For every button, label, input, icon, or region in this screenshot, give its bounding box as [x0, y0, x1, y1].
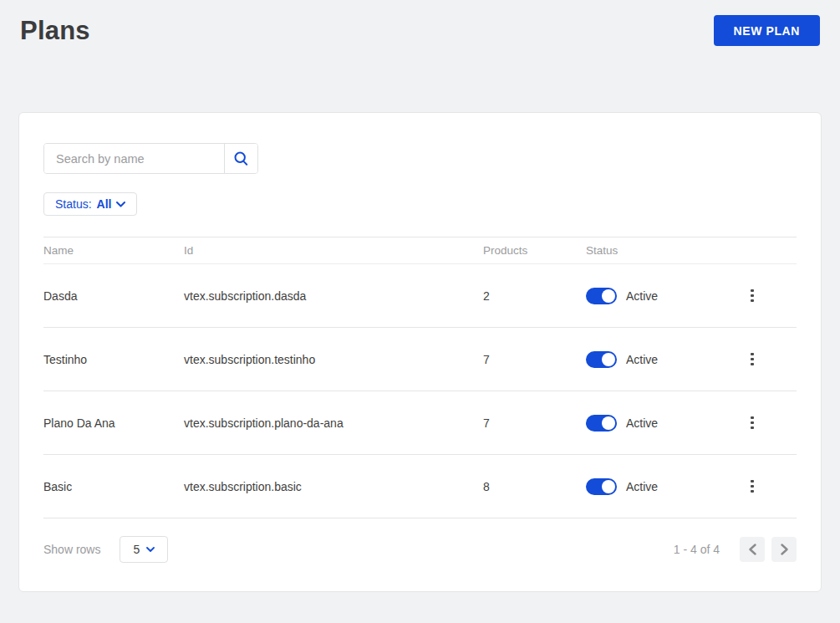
table-row[interactable]: Dasda vtex.subscription.dasda 2 Active	[43, 264, 797, 328]
status-filter-value: All	[97, 197, 112, 211]
new-plan-button[interactable]: NEW PLAN	[714, 15, 820, 46]
plans-table: Name Id Products Status Dasda vtex.subsc…	[43, 237, 797, 518]
row-actions-button[interactable]	[742, 410, 762, 437]
plan-id-cell: vtex.subscription.dasda	[184, 289, 483, 303]
plan-status-cell: Active	[586, 351, 715, 368]
status-toggle[interactable]	[586, 288, 617, 304]
next-page-button[interactable]	[771, 537, 797, 562]
search-box	[43, 143, 258, 174]
plan-name-cell: Testinho	[43, 353, 184, 366]
pagination-range-label: 1 - 4 of 4	[674, 543, 720, 556]
status-filter-button[interactable]: Status: All	[43, 192, 137, 216]
status-toggle[interactable]	[586, 351, 617, 368]
plan-actions-cell	[715, 473, 797, 500]
rows-per-page-select[interactable]: 5	[120, 536, 168, 563]
plan-id-cell: vtex.subscription.basic	[184, 480, 483, 493]
column-header-status: Status	[586, 244, 715, 257]
status-label: Active	[626, 289, 658, 303]
plans-page: Plans NEW PLAN Status:	[0, 0, 840, 623]
previous-page-button[interactable]	[740, 537, 765, 562]
row-actions-button[interactable]	[742, 473, 762, 500]
status-label: Active	[626, 353, 658, 366]
column-header-products: Products	[483, 244, 586, 257]
plan-actions-cell	[715, 346, 797, 373]
pagination: 1 - 4 of 4	[674, 537, 797, 562]
chevron-right-icon	[781, 544, 788, 555]
search-row	[43, 143, 797, 174]
plan-products-cell: 8	[483, 480, 586, 493]
show-rows-label: Show rows	[43, 543, 100, 556]
row-actions-button[interactable]	[742, 283, 762, 309]
page-title: Plans	[20, 16, 90, 46]
chevron-down-icon	[116, 202, 125, 207]
kebab-menu-icon	[751, 353, 754, 356]
status-label: Active	[626, 480, 658, 493]
plan-products-cell: 7	[483, 416, 586, 430]
rows-per-page-control: Show rows 5	[43, 536, 168, 563]
plan-id-cell: vtex.subscription.plano-da-ana	[184, 416, 483, 430]
plan-name-cell: Plano Da Ana	[43, 416, 184, 430]
kebab-menu-icon	[751, 416, 754, 420]
plan-products-cell: 7	[483, 353, 586, 366]
search-input[interactable]	[44, 144, 224, 173]
column-header-name: Name	[43, 244, 184, 257]
table-footer: Show rows 5 1 - 4 of 4	[43, 518, 797, 563]
filter-row: Status: All	[43, 192, 797, 216]
status-filter-label: Status:	[55, 197, 92, 211]
kebab-menu-icon	[751, 480, 754, 483]
status-toggle[interactable]	[586, 478, 617, 495]
plan-status-cell: Active	[586, 478, 715, 495]
plan-id-cell: vtex.subscription.testinho	[184, 353, 483, 366]
plan-actions-cell	[715, 283, 797, 309]
search-button[interactable]	[224, 144, 257, 173]
status-label: Active	[626, 416, 658, 430]
row-actions-button[interactable]	[742, 346, 762, 373]
plan-name-cell: Dasda	[43, 289, 184, 303]
status-toggle[interactable]	[586, 415, 617, 432]
search-icon	[233, 151, 249, 166]
table-row[interactable]: Plano Da Ana vtex.subscription.plano-da-…	[43, 391, 797, 455]
page-header: Plans NEW PLAN	[18, 0, 822, 46]
plan-status-cell: Active	[586, 288, 715, 304]
rows-per-page-value: 5	[134, 543, 140, 556]
plan-products-cell: 2	[483, 289, 586, 303]
chevron-left-icon	[749, 544, 756, 555]
table-row[interactable]: Basic vtex.subscription.basic 8 Active	[43, 455, 797, 518]
chevron-down-icon	[146, 547, 155, 552]
table-row[interactable]: Testinho vtex.subscription.testinho 7 Ac…	[43, 328, 797, 391]
table-header-row: Name Id Products Status	[43, 237, 797, 264]
plan-actions-cell	[715, 410, 797, 437]
plan-name-cell: Basic	[43, 480, 184, 493]
kebab-menu-icon	[751, 289, 754, 293]
plan-status-cell: Active	[586, 415, 715, 432]
column-header-id: Id	[184, 244, 483, 257]
plans-card: Status: All Name Id Products Status Dasd…	[18, 112, 822, 592]
